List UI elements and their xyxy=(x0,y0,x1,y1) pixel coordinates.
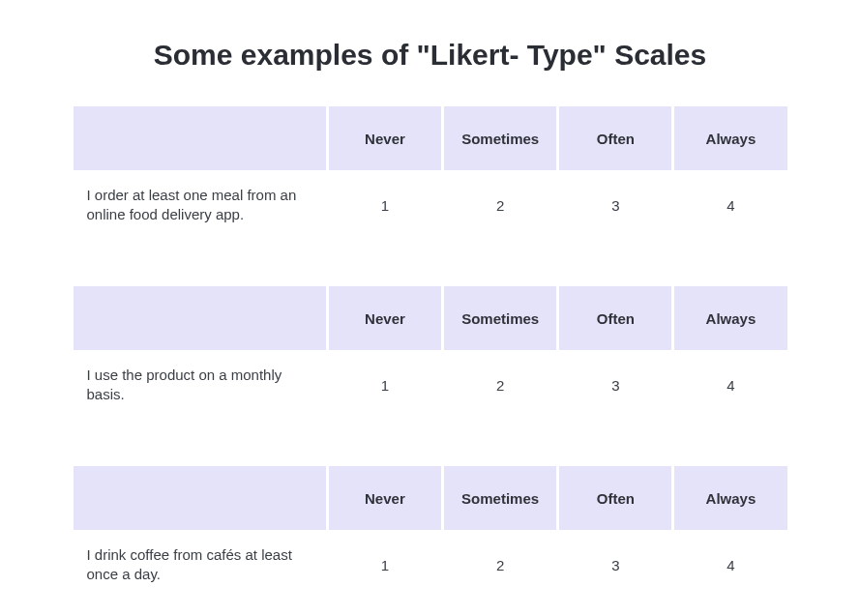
header-never: Never xyxy=(329,466,441,530)
table-row: I use the product on a monthly basis. 1 … xyxy=(74,350,787,420)
header-blank xyxy=(74,466,326,530)
table-row: I drink coffee from cafés at least once … xyxy=(74,530,787,600)
statement-cell: I order at least one meal from an online… xyxy=(74,170,326,240)
value-cell-sometimes: 2 xyxy=(444,350,556,420)
header-sometimes: Sometimes xyxy=(444,466,557,530)
tables-container: Never Sometimes Often Always I order at … xyxy=(71,106,790,600)
header-often: Often xyxy=(559,106,671,170)
likert-table-1: Never Sometimes Often Always I order at … xyxy=(71,106,790,240)
likert-table-2: Never Sometimes Often Always I use the p… xyxy=(71,286,790,420)
header-blank xyxy=(74,286,326,350)
header-always: Always xyxy=(674,286,786,350)
value-cell-often: 3 xyxy=(559,350,671,420)
value-cell-never: 1 xyxy=(329,530,441,600)
value-cell-never: 1 xyxy=(329,350,441,420)
value-cell-often: 3 xyxy=(559,170,671,240)
value-cell-sometimes: 2 xyxy=(444,170,556,240)
header-blank xyxy=(74,106,326,170)
header-never: Never xyxy=(329,106,441,170)
header-sometimes: Sometimes xyxy=(444,286,556,350)
value-cell-always: 4 xyxy=(674,170,786,240)
page-title: Some examples of "Likert- Type" Scales xyxy=(0,39,860,72)
likert-table-3: Never Sometimes Often Always I drink cof… xyxy=(71,466,790,600)
value-cell-sometimes: 2 xyxy=(444,530,557,600)
table-header-row: Never Sometimes Often Always xyxy=(74,106,787,170)
value-cell-always: 4 xyxy=(674,530,786,600)
statement-cell: I drink coffee from cafés at least once … xyxy=(74,530,326,600)
header-sometimes: Sometimes xyxy=(444,106,556,170)
value-cell-always: 4 xyxy=(674,350,786,420)
header-never: Never xyxy=(329,286,441,350)
value-cell-often: 3 xyxy=(559,530,671,600)
header-often: Often xyxy=(559,466,671,530)
table-header-row: Never Sometimes Often Always xyxy=(74,466,787,530)
header-often: Often xyxy=(559,286,671,350)
table-row: I order at least one meal from an online… xyxy=(74,170,787,240)
header-always: Always xyxy=(674,106,786,170)
statement-cell: I use the product on a monthly basis. xyxy=(74,350,326,420)
table-header-row: Never Sometimes Often Always xyxy=(74,286,787,350)
value-cell-never: 1 xyxy=(329,170,441,240)
header-always: Always xyxy=(674,466,786,530)
